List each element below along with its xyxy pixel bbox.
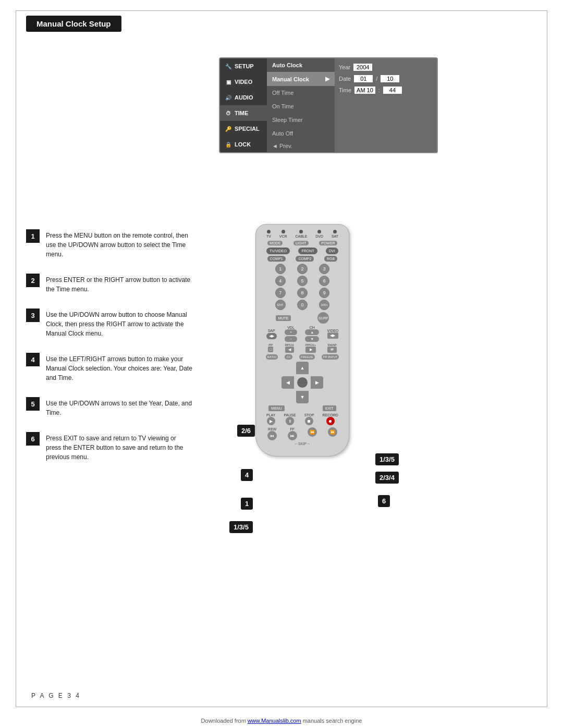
ratio-btn[interactable]: RATIO bbox=[266, 354, 278, 360]
mute-btn[interactable]: MUTE bbox=[276, 315, 291, 321]
remote-area: TV VCR CABLE DVD SAT MODE bbox=[255, 224, 349, 456]
tvvideo-btn[interactable]: TV/VIDEO bbox=[266, 248, 290, 254]
menu-lock[interactable]: 🔒 LOCK bbox=[220, 137, 267, 152]
btn-1[interactable]: 1 bbox=[275, 264, 286, 274]
rpch-btn[interactable]: RPCH ◀ bbox=[285, 343, 294, 353]
step-4: 4 Use the LEFT/RIGHT arrows button to ma… bbox=[26, 353, 193, 382]
skip-back-btn[interactable]: ⏪ bbox=[308, 427, 317, 440]
btn-2[interactable]: 2 bbox=[297, 264, 308, 274]
pp-btn[interactable]: PP □ bbox=[268, 343, 273, 353]
footer-suffix: manuals search engine bbox=[301, 718, 362, 724]
freeze-btn[interactable]: FREEZE bbox=[299, 354, 315, 360]
dpad-down[interactable]: ▼ bbox=[296, 391, 309, 403]
tv-label: TV bbox=[266, 235, 271, 238]
cc-btn[interactable]: CC bbox=[285, 354, 292, 360]
btn-3[interactable]: 3 bbox=[319, 264, 329, 274]
date-value1[interactable]: 01 bbox=[354, 75, 373, 82]
btn-5[interactable]: 5 bbox=[297, 276, 308, 286]
exit-btn[interactable]: EXIT bbox=[323, 405, 336, 411]
menu-btn[interactable]: MENU bbox=[268, 405, 285, 411]
dpad-enter[interactable] bbox=[297, 377, 308, 388]
on-time-option[interactable]: On Time bbox=[267, 100, 335, 113]
dvi-btn[interactable]: DVI bbox=[326, 248, 338, 254]
time-value2[interactable]: 44 bbox=[383, 87, 402, 94]
cable-label: CABLE bbox=[295, 235, 307, 238]
btn-6[interactable]: 6 bbox=[319, 276, 329, 286]
step-1: 1 Press the MENU button on the remote co… bbox=[26, 229, 193, 259]
comp2-btn[interactable]: COMP2 bbox=[296, 256, 314, 262]
pause-btn[interactable]: PAUSE ⏸ bbox=[284, 413, 296, 425]
mode-btn[interactable]: MODE bbox=[267, 241, 283, 245]
vol-rocker[interactable]: VDL + − bbox=[285, 326, 297, 342]
step-2: 2 Press ENTER or the RIGHT arrow button … bbox=[26, 274, 193, 294]
sleep-timer-option[interactable]: Sleep Timer bbox=[267, 113, 335, 127]
menu-exit-row: MENU EXIT bbox=[262, 405, 342, 411]
ppinput-btn[interactable]: PP·INPUT bbox=[322, 354, 339, 360]
remote-control: TV VCR CABLE DVD SAT MODE bbox=[255, 224, 349, 456]
manual-clock-option[interactable]: Manual Clock ▶ bbox=[267, 72, 335, 86]
dpad-right[interactable]: ▶ bbox=[311, 376, 323, 389]
front-btn[interactable]: FRONT bbox=[298, 248, 317, 254]
play-btn[interactable]: PLAY ▶ bbox=[266, 413, 275, 425]
date-sep: / bbox=[376, 76, 377, 82]
btn-4[interactable]: 4 bbox=[275, 276, 286, 286]
auto-off-option[interactable]: Auto Off bbox=[267, 127, 335, 140]
page-title: Manual Clock Setup bbox=[26, 16, 121, 32]
btn-ent[interactable]: ENT bbox=[275, 300, 286, 310]
time-icon: ⏱ bbox=[224, 109, 232, 117]
rgb-btn[interactable]: RGB bbox=[324, 256, 337, 262]
btn-0[interactable]: 0 bbox=[297, 300, 308, 310]
step-text-1: Press the MENU button on the remote cont… bbox=[46, 229, 193, 259]
vcr-label: VCR bbox=[279, 235, 287, 238]
comp1-btn[interactable]: COMP1 bbox=[267, 256, 286, 262]
ppch-btn[interactable]: PPCH+ ▶ bbox=[305, 343, 316, 353]
menu-time[interactable]: ⏱ TIME bbox=[220, 105, 267, 121]
btn-7[interactable]: 7 bbox=[275, 288, 286, 298]
prev-label[interactable]: ◄ Prev. bbox=[267, 140, 335, 152]
light-btn[interactable]: LIGHT bbox=[293, 241, 309, 245]
step-num-5: 5 bbox=[26, 397, 40, 411]
stop-btn[interactable]: STOP ⏹ bbox=[304, 413, 314, 425]
sat-label: SAT bbox=[332, 235, 338, 238]
playback-row: PLAY ▶ PAUSE ⏸ STOP ⏹ RECORD ⏺ bbox=[262, 413, 342, 425]
footer-link[interactable]: www.Manualslib.com bbox=[248, 718, 301, 724]
menu-special[interactable]: 🔑 SPECIAL bbox=[220, 121, 267, 137]
time-value1[interactable]: AM 10 bbox=[354, 87, 375, 94]
step-3: 3 Use the UP/DOWN arrow button to choose… bbox=[26, 309, 193, 338]
menu-video[interactable]: ▣ VIDEO bbox=[220, 74, 267, 90]
menu-audio[interactable]: 🔊 AUDIO bbox=[220, 90, 267, 105]
ff-btn[interactable]: FF ⏭ bbox=[288, 427, 297, 440]
ch-rocker[interactable]: CH ▲ ▼ bbox=[305, 326, 319, 342]
auto-clock-option[interactable]: Auto Clock bbox=[267, 58, 335, 72]
step-text-2: Press ENTER or the RIGHT arrow button to… bbox=[46, 274, 193, 294]
video-btn[interactable]: VIDEO ◀▶ bbox=[327, 329, 339, 339]
time-sep: : bbox=[378, 87, 380, 93]
dvd-label: DVD bbox=[315, 235, 323, 238]
menu-setup[interactable]: 🔧 SETUP bbox=[220, 58, 267, 74]
btn-9[interactable]: 9 bbox=[319, 288, 329, 298]
year-value[interactable]: 2004 bbox=[353, 64, 372, 71]
step-text-4: Use the LEFT/RIGHT arrows button to make… bbox=[46, 353, 193, 382]
surf-btn[interactable]: SURF bbox=[317, 312, 329, 324]
off-time-option[interactable]: Off Time bbox=[267, 86, 335, 100]
skip-fwd-btn[interactable]: ⏩ bbox=[328, 427, 337, 440]
dpad-up[interactable]: ▲ bbox=[296, 362, 309, 374]
date-value2[interactable]: 10 bbox=[381, 75, 399, 82]
swap-btn[interactable]: SWAP ⇄ bbox=[327, 343, 336, 353]
record-btn[interactable]: RECORD ⏺ bbox=[323, 413, 338, 425]
power-btn[interactable]: POWER bbox=[319, 241, 337, 245]
step-num-3: 3 bbox=[26, 309, 40, 322]
callout-135b: 1/3/5 bbox=[229, 521, 253, 533]
step-5: 5 Use the UP/DOWN arrows to set the Year… bbox=[26, 397, 193, 417]
btn-8[interactable]: 8 bbox=[297, 288, 308, 298]
btn-100[interactable]: 100+ bbox=[319, 300, 329, 310]
rew-btn[interactable]: REW ⏮ bbox=[267, 427, 277, 440]
sap-btn[interactable]: SAP ◀▶ bbox=[266, 329, 277, 339]
callout-135: 1/3/5 bbox=[375, 453, 399, 465]
time-label: Time bbox=[339, 87, 351, 93]
number-grid: 1 2 3 4 5 6 7 8 9 ENT 0 100+ bbox=[262, 264, 342, 310]
dpad-left[interactable]: ◀ bbox=[282, 376, 294, 389]
step-text-3: Use the UP/DOWN arrow button to choose M… bbox=[46, 309, 193, 338]
page-number: P A G E 3 4 bbox=[31, 692, 81, 699]
step-text-5: Use the UP/DOWN arrows to set the Year, … bbox=[46, 397, 193, 417]
